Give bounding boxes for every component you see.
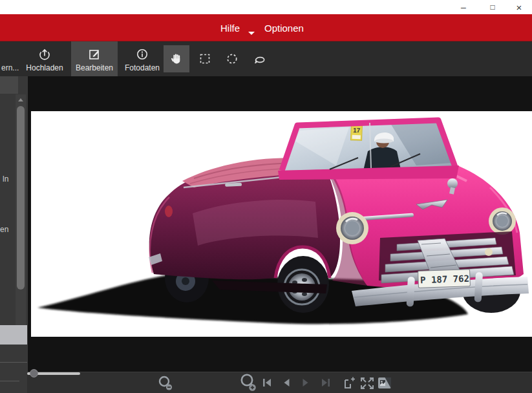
- toolbar: ern... Hochladen Bearbeiten Fotodaten: [0, 41, 532, 76]
- divider: [0, 362, 27, 363]
- previous-image-button[interactable]: [280, 377, 293, 388]
- headlight-left: [336, 212, 368, 244]
- edit-icon: [88, 48, 101, 61]
- license-plate: P 187 762: [418, 270, 471, 288]
- status-toolbar: [27, 372, 532, 393]
- previous-image-icon: [281, 377, 292, 388]
- divider: [0, 381, 19, 381]
- last-image-icon: [320, 377, 331, 388]
- photo-image: 17: [31, 111, 532, 337]
- fullscreen-icon: [359, 376, 375, 390]
- scrollbar-thumb[interactable]: [17, 106, 25, 290]
- photodata-label: Fotodaten: [125, 63, 160, 72]
- edit-label: Bearbeiten: [76, 63, 113, 72]
- maximize-button[interactable]: □: [482, 0, 504, 14]
- photodata-button[interactable]: Fotodaten: [122, 41, 163, 76]
- zoom-slider[interactable]: [27, 372, 80, 375]
- close-button[interactable]: ×: [508, 0, 530, 14]
- edit-button[interactable]: Bearbeiten: [71, 41, 118, 76]
- toolbar-button-truncated[interactable]: ern...: [1, 63, 19, 72]
- sidebar-header-block: [0, 76, 18, 94]
- zoom-in-button[interactable]: [238, 372, 260, 393]
- last-image-button[interactable]: [319, 377, 332, 388]
- hand-icon: [170, 52, 184, 66]
- classic-car-photo: 17: [31, 111, 532, 337]
- compare-view-icon: [377, 376, 392, 390]
- compare-view-button[interactable]: [376, 376, 393, 391]
- minimize-button[interactable]: –: [452, 0, 474, 14]
- maximize-icon: □: [490, 3, 495, 11]
- first-image-button[interactable]: [261, 377, 273, 388]
- svg-text:P 187 762: P 187 762: [420, 273, 469, 286]
- scroll-up-icon[interactable]: [18, 98, 23, 101]
- new-crop-icon: [342, 376, 356, 390]
- zoom-out-icon: [157, 374, 175, 392]
- menu-hilfe[interactable]: Hilfe: [220, 14, 240, 41]
- menu-optionen[interactable]: Optionen: [264, 14, 304, 41]
- sidebar-scrollbar[interactable]: [16, 94, 26, 336]
- upload-label: Hochladen: [26, 63, 63, 72]
- zoom-out-button[interactable]: [156, 374, 176, 392]
- svg-text:17: 17: [353, 127, 361, 134]
- rectangle-select-tool[interactable]: [193, 45, 217, 72]
- zoom-slider-thumb[interactable]: [30, 369, 38, 377]
- upload-icon: [38, 48, 51, 61]
- sidebar-selected-row[interactable]: [0, 325, 27, 345]
- menubar: Hilfe Optionen: [0, 14, 532, 41]
- ellipse-select-icon: [226, 52, 239, 65]
- zoom-in-icon: [239, 372, 259, 393]
- new-crop-button[interactable]: [341, 376, 357, 391]
- next-image-button[interactable]: [299, 377, 312, 388]
- minimize-icon: –: [461, 3, 466, 12]
- titlebar: – □ ×: [0, 0, 532, 14]
- headlight-right: [489, 207, 516, 235]
- info-icon: [136, 48, 149, 61]
- sidebar: ln en: [0, 76, 27, 393]
- windshield-sticker: 17: [351, 125, 363, 141]
- lasso-icon: [253, 52, 266, 66]
- next-image-icon: [301, 377, 311, 388]
- rectangle-select-icon: [198, 52, 211, 65]
- close-icon: ×: [516, 3, 522, 12]
- ellipse-select-tool[interactable]: [220, 45, 244, 72]
- upload-button[interactable]: Hochladen: [25, 41, 65, 76]
- photo-app-window: – □ × Hilfe Optionen ern... Hochladen Be…: [0, 0, 532, 393]
- first-image-icon: [262, 377, 273, 388]
- hand-tool-button[interactable]: [164, 45, 189, 72]
- chevron-down-icon[interactable]: [248, 30, 255, 36]
- fullscreen-button[interactable]: [359, 376, 376, 391]
- sidebar-item-truncated[interactable]: ln: [3, 175, 8, 184]
- sidebar-item-truncated[interactable]: en: [0, 225, 8, 234]
- photo-canvas[interactable]: 17: [27, 76, 532, 372]
- lasso-select-tool[interactable]: [248, 45, 271, 72]
